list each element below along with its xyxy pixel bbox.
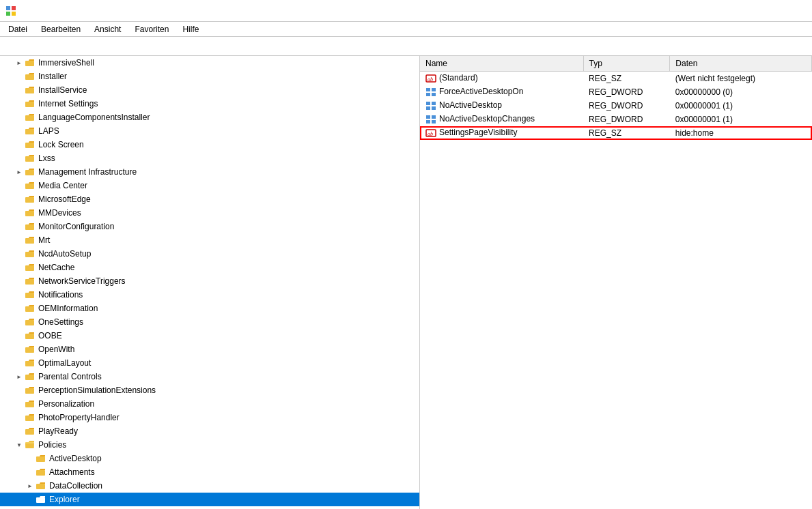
tree-item-installservice[interactable]: InstallService [0, 83, 419, 97]
svg-rect-45 [426, 93, 430, 96]
tree-item-label: OEMInformation [38, 304, 98, 313]
folder-icon [25, 263, 36, 272]
cell-name: ForceActiveDesktopOn [420, 85, 583, 99]
tree-item-lxss[interactable]: Lxss [0, 151, 419, 165]
table-row[interactable]: NoActiveDesktopREG_DWORD0x00000001 (1) [420, 99, 812, 113]
tree-item-playready[interactable]: PlayReady [0, 424, 419, 438]
expand-icon[interactable]: ► [25, 480, 36, 491]
app-icon [5, 5, 16, 16]
tree-item-perceptionsimulationextensions[interactable]: PerceptionSimulationExtensions [0, 383, 419, 397]
table-row[interactable]: ab SettingsPageVisibilityREG_SZhide:home [420, 126, 812, 140]
folder-icon [25, 208, 36, 218]
tree-item-personalization[interactable]: Personalization [0, 397, 419, 411]
expand-icon[interactable]: ► [14, 57, 25, 68]
tree-item-managementinfrastructure[interactable]: ► Management Infrastructure [0, 165, 419, 179]
tree-item-microsoftedge[interactable]: MicrosoftEdge [0, 192, 419, 206]
tree-item-explorer[interactable]: Explorer [0, 493, 419, 506]
tree-item-label: Lxss [38, 154, 55, 163]
tree-item-policies[interactable]: ▼ Policies [0, 438, 419, 452]
close-button[interactable] [775, 0, 807, 22]
svg-rect-4 [25, 61, 34, 66]
tree-item-languagecomponentsinstaller[interactable]: LanguageComponentsInstaller [0, 111, 419, 124]
col-header-typ[interactable]: Typ [583, 56, 670, 72]
tree-item-label: Installer [38, 72, 67, 81]
tree-item-label: Mrt [38, 235, 50, 245]
svg-rect-54 [432, 120, 436, 123]
tree-item-label: Internet Settings [38, 99, 98, 108]
menu-item-bearbeiten[interactable]: Bearbeiten [36, 23, 86, 35]
tree-item-ext[interactable]: ► Ext [0, 506, 419, 509]
tree-item-oeminformation[interactable]: OEMInformation [0, 302, 419, 315]
tree-item-label: OOBE [38, 331, 62, 340]
tree-item-ncdautosetup[interactable]: NcdAutoSetup [0, 247, 419, 261]
folder-icon [25, 181, 36, 190]
maximize-button[interactable] [744, 0, 775, 22]
tree-item-lockscreen[interactable]: Lock Screen [0, 138, 419, 151]
folder-icon [25, 85, 36, 95]
tree-item-label: PerceptionSimulationExtensions [38, 386, 156, 395]
tree-item-label: Media Center [38, 181, 87, 190]
tree-item-label: Attachments [49, 467, 95, 477]
tree-item-attachments[interactable]: Attachments [0, 465, 419, 479]
tree-item-datacollection[interactable]: ► DataCollection [0, 479, 419, 493]
svg-rect-43 [426, 88, 430, 91]
svg-rect-24 [25, 334, 34, 339]
expand-icon[interactable]: ▼ [14, 439, 25, 450]
table-row[interactable]: ab (Standard)REG_SZ(Wert nicht festgeleg… [420, 72, 812, 85]
dword-icon [425, 115, 436, 124]
svg-rect-8 [25, 115, 34, 121]
svg-rect-20 [25, 279, 34, 285]
folder-icon [25, 386, 36, 395]
folder-icon [25, 276, 36, 286]
col-header-name[interactable]: Name [420, 56, 583, 72]
svg-rect-44 [432, 88, 436, 91]
folder-icon [25, 290, 36, 300]
cell-name-text: NoActiveDesktop [439, 100, 502, 110]
tree-item-parentalcontrols[interactable]: ► Parental Controls [0, 370, 419, 383]
col-header-daten[interactable]: Daten [670, 56, 812, 72]
table-row[interactable]: NoActiveDesktopChangesREG_DWORD0x0000000… [420, 113, 812, 126]
tree-item-laps[interactable]: LAPS [0, 124, 419, 138]
tree-item-installer[interactable]: Installer [0, 70, 419, 83]
folder-icon [25, 413, 36, 422]
tree-item-oobe[interactable]: OOBE [0, 329, 419, 343]
svg-rect-7 [25, 102, 34, 107]
tree-item-photopropertyhandler[interactable]: PhotoPropertyHandler [0, 411, 419, 424]
svg-rect-5 [25, 74, 34, 80]
tree-item-mediacenter[interactable]: Media Center [0, 179, 419, 192]
menu-item-favoriten[interactable]: Favoriten [129, 23, 174, 35]
tree-item-internetsettings[interactable]: Internet Settings [0, 97, 419, 111]
tree-item-label: Policies [38, 440, 66, 450]
svg-rect-0 [6, 6, 10, 10]
tree-panel[interactable]: ► ImmersiveShell Installer InstallServic… [0, 56, 420, 509]
minimize-button[interactable] [712, 0, 744, 22]
tree-item-activedesktop[interactable]: ActiveDesktop [0, 452, 419, 465]
menu-item-datei[interactable]: Datei [3, 23, 33, 35]
tree-item-monitorconfiguration[interactable]: MonitorConfiguration [0, 220, 419, 233]
folder-icon [25, 331, 36, 340]
tree-item-notifications[interactable]: Notifications [0, 288, 419, 302]
svg-rect-53 [426, 120, 430, 123]
tree-item-label: MicrosoftEdge [38, 194, 91, 204]
tree-item-onesettings[interactable]: OneSettings [0, 315, 419, 329]
svg-rect-2 [6, 12, 10, 16]
menu-item-hilfe[interactable]: Hilfe [177, 23, 204, 35]
svg-rect-11 [25, 156, 34, 162]
folder-icon [25, 140, 36, 149]
tree-item-label: LAPS [38, 126, 59, 136]
table-row[interactable]: ForceActiveDesktopOnREG_DWORD0x00000000 … [420, 85, 812, 99]
folder-icon [25, 99, 36, 108]
tree-item-mrt[interactable]: Mrt [0, 233, 419, 247]
expand-icon[interactable]: ► [14, 166, 25, 177]
tree-item-label: InstallService [38, 85, 87, 95]
tree-item-mmdevices[interactable]: MMDevices [0, 206, 419, 220]
tree-item-immersiveshell[interactable]: ► ImmersiveShell [0, 56, 419, 70]
folder-icon [25, 426, 36, 436]
tree-item-netcache[interactable]: NetCache [0, 261, 419, 274]
menu-item-ansicht[interactable]: Ansicht [89, 23, 126, 35]
tree-item-networkservicetriggers[interactable]: NetworkServiceTriggers [0, 274, 419, 288]
tree-item-label: ActiveDesktop [49, 454, 102, 463]
tree-item-optimallayout[interactable]: OptimalLayout [0, 356, 419, 370]
tree-item-openwith[interactable]: OpenWith [0, 343, 419, 356]
expand-icon[interactable]: ► [14, 371, 25, 382]
